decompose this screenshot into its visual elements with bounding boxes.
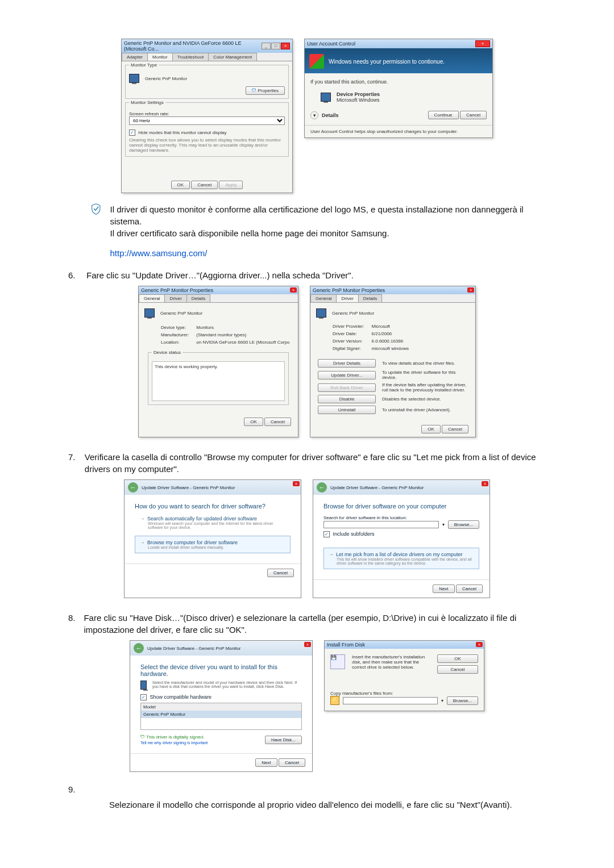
- close-icon[interactable]: ×: [281, 43, 290, 49]
- uac-title: User Account Control ×: [305, 39, 492, 48]
- samsung-link[interactable]: http://www.samsung.com/: [110, 248, 208, 258]
- loc-value: on NVIDIA GeForce 6600 LE (Microsoft Cor…: [190, 339, 290, 345]
- status-group: Device status: [152, 350, 182, 355]
- disable-button[interactable]: Disable: [318, 395, 376, 403]
- apply-button[interactable]: Apply: [219, 181, 243, 189]
- cancel-button[interactable]: Cancel: [437, 665, 478, 674]
- devtype-label: Device type:: [160, 324, 189, 331]
- ok-button[interactable]: OK: [171, 181, 190, 189]
- drive-icon: 📁: [330, 696, 339, 705]
- back-icon[interactable]: ←: [317, 482, 327, 493]
- select-note: Select the manufacturer and model of you…: [152, 681, 302, 688]
- tab-monitor[interactable]: Monitor: [147, 53, 173, 61]
- close-icon[interactable]: ×: [476, 642, 483, 647]
- step-7-num: 7.: [68, 451, 78, 475]
- breadcrumb: Update Driver Software - Generic PnP Mon…: [330, 485, 424, 490]
- browse-computer-option[interactable]: →Browse my computer for driver software …: [135, 536, 291, 553]
- compat-label: Show compatible hardware: [150, 694, 212, 700]
- sign-value: microsoft windows: [366, 345, 409, 352]
- signing-link[interactable]: Tell me why driver signing is important: [140, 741, 208, 745]
- cancel-button[interactable]: Cancel: [267, 569, 294, 577]
- close-icon[interactable]: ×: [475, 40, 490, 47]
- include-subfolders-label: Include subfolders: [333, 531, 375, 537]
- tab-details[interactable]: Details: [358, 294, 382, 302]
- opt2-desc: Locate and install driver software manua…: [148, 545, 285, 549]
- close-icon[interactable]: ×: [482, 481, 488, 486]
- mfr-value: (Standard monitor types): [190, 332, 290, 338]
- chevron-down-icon[interactable]: ▾: [310, 111, 318, 119]
- update-driver-button[interactable]: Update Driver...: [318, 371, 376, 379]
- opt-desc: This list will show installed driver sof…: [337, 557, 474, 565]
- wizard-heading: How do you want to search for driver sof…: [135, 503, 291, 510]
- ok-button[interactable]: OK: [244, 418, 263, 426]
- compat-checkbox[interactable]: ✓: [140, 694, 147, 700]
- details-toggle[interactable]: Details: [322, 112, 339, 118]
- prov-label: Driver Provider:: [332, 323, 365, 329]
- prov-value: Microsoft: [366, 323, 409, 329]
- maximize-icon[interactable]: □: [271, 43, 280, 49]
- devtype-value: Monitors: [190, 324, 290, 331]
- browse-button[interactable]: Browse...: [447, 696, 478, 705]
- rollback-button[interactable]: Roll Back Driver: [318, 383, 376, 392]
- uninstall-button[interactable]: Uninstall: [318, 406, 376, 414]
- tab-adapter[interactable]: Adapter: [122, 53, 148, 61]
- ok-button[interactable]: OK: [421, 425, 441, 433]
- cancel-button[interactable]: Cancel: [279, 758, 305, 767]
- loc-label: Search for driver software in this locat…: [323, 515, 479, 520]
- minimize-icon[interactable]: _: [262, 43, 271, 49]
- shield-check-icon: [91, 203, 101, 215]
- include-subfolders-checkbox[interactable]: ✓: [323, 531, 330, 537]
- hide-modes-label: Hide modes that this monitor cannot disp…: [138, 130, 226, 135]
- prop-title: Generic PnP Monitor Properties×: [139, 286, 298, 294]
- tab-driver[interactable]: Driver: [164, 294, 186, 302]
- monitor-dialog-title: Generic PnP Monitor and NVIDIA GeForce 6…: [122, 39, 292, 53]
- wizard-heading: Select the device driver you want to ins…: [140, 663, 302, 677]
- close-icon[interactable]: ×: [290, 287, 297, 293]
- hide-modes-checkbox[interactable]: ✓: [129, 130, 135, 136]
- tab-driver[interactable]: Driver: [336, 294, 358, 302]
- hide-modes-note: Clearing this check box allows you to se…: [129, 137, 285, 153]
- close-icon[interactable]: ×: [467, 287, 474, 293]
- next-button[interactable]: Next: [255, 758, 277, 767]
- close-icon[interactable]: ×: [293, 481, 300, 486]
- monitor-icon: [129, 74, 139, 83]
- back-icon[interactable]: ←: [128, 482, 138, 493]
- properties-button[interactable]: 🛡 Properties: [246, 86, 285, 95]
- cancel-button[interactable]: Cancel: [264, 418, 291, 426]
- have-disk-button[interactable]: Have Disk...: [265, 736, 302, 744]
- model-item[interactable]: Generic PnP Monitor: [141, 711, 301, 718]
- back-icon[interactable]: ←: [134, 643, 144, 653]
- uac-footer: User Account Control helps stop unauthor…: [305, 125, 492, 137]
- copy-path-input[interactable]: [343, 697, 438, 704]
- step-8-num: 8.: [68, 612, 77, 636]
- continue-button[interactable]: Continue: [428, 111, 459, 119]
- step-8-text: Fare clic su "Have Disk…"(Disco driver) …: [84, 612, 546, 636]
- tab-color-management[interactable]: Color Management: [208, 53, 257, 61]
- copy-label: Copy manufacturer's files from:: [330, 691, 478, 696]
- ok-button[interactable]: OK: [437, 654, 478, 663]
- disk-icon: 💾: [330, 654, 345, 669]
- date-label: Driver Date:: [332, 331, 365, 337]
- pick-from-list-option[interactable]: →Let me pick from a list of device drive…: [323, 548, 479, 569]
- tab-general[interactable]: General: [310, 294, 337, 302]
- refresh-rate-select[interactable]: 60 Hertz: [129, 116, 285, 125]
- next-button[interactable]: Next: [433, 585, 454, 593]
- tab-troubleshoot[interactable]: Troubleshoot: [172, 53, 209, 61]
- cancel-button[interactable]: Cancel: [456, 585, 483, 593]
- device-name: Generic PnP Monitor: [332, 311, 374, 316]
- driver-details-button[interactable]: Driver Details: [318, 359, 376, 368]
- date-value: 6/21/2006: [366, 331, 409, 337]
- cancel-button[interactable]: Cancel: [460, 111, 487, 119]
- uac-headline: Windows needs your permission to contion…: [329, 59, 445, 65]
- tab-general[interactable]: General: [139, 294, 165, 302]
- search-auto-option[interactable]: →Search automatically for updated driver…: [135, 512, 291, 533]
- tab-details[interactable]: Details: [186, 294, 210, 302]
- close-icon[interactable]: ×: [304, 642, 311, 647]
- browse-button[interactable]: Browse...: [448, 520, 479, 529]
- cancel-button[interactable]: Cancel: [191, 181, 218, 189]
- cancel-button[interactable]: Cancel: [442, 425, 468, 433]
- ver-value: 6.0.6000.16386: [366, 338, 409, 344]
- step-7-text: Verificare la casella di controllo "Brow…: [85, 451, 546, 475]
- shield-icon: [309, 54, 324, 69]
- location-input[interactable]: [323, 521, 439, 528]
